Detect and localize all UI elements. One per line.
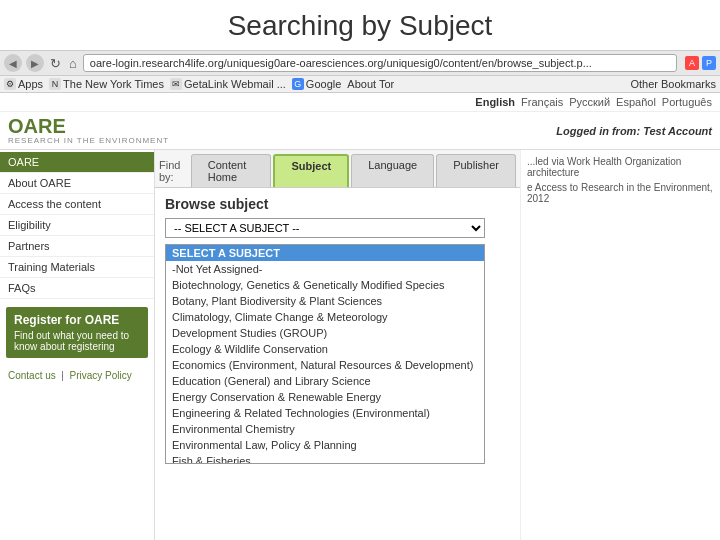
subject-list-item-notassigned[interactable]: -Not Yet Assigned- (166, 261, 484, 277)
subject-list: SELECT A SUBJECT -Not Yet Assigned- Biot… (165, 244, 485, 464)
subject-list-item-economics[interactable]: Economics (Environment, Natural Resource… (166, 357, 484, 373)
oare-logo: OARE RESEARCH IN THE ENVIRONMENT (8, 116, 169, 145)
back-button[interactable]: ◀ (4, 54, 22, 72)
privacy-link[interactable]: Privacy Policy (70, 370, 132, 381)
login-info: Logged in from: Test Account (556, 125, 712, 137)
subject-list-item-education[interactable]: Education (General) and Library Science (166, 373, 484, 389)
right-panel-text1: ...led via Work Health Organization arch… (527, 156, 714, 178)
bookmark-apps[interactable]: ⚙ Apps (4, 78, 43, 90)
forward-button[interactable]: ▶ (26, 54, 44, 72)
lang-portuguese[interactable]: Português (662, 96, 712, 108)
sidebar-footer: Contact us | Privacy Policy (0, 366, 154, 385)
reload-button[interactable]: ↻ (48, 56, 63, 71)
page-top: English Français Русский Español Portugu… (0, 93, 720, 150)
tab-publisher[interactable]: Publisher (436, 154, 516, 187)
nav-tabs: Find by: Content Home Subject Language P… (155, 150, 520, 188)
bookmark-mail[interactable]: ✉ GetaLink Webmail ... (170, 78, 286, 90)
google-icon: G (292, 78, 304, 90)
apps-icon: ⚙ (4, 78, 16, 90)
sidebar-item-training[interactable]: Training Materials (0, 257, 154, 278)
contact-link[interactable]: Contact us (8, 370, 56, 381)
subject-list-item-botany[interactable]: Botany, Plant Biodiversity & Plant Scien… (166, 293, 484, 309)
select-row: -- SELECT A SUBJECT -- (165, 218, 510, 238)
subject-list-item-fish[interactable]: Fish & Fisheries (166, 453, 484, 464)
bookmark-abouttor[interactable]: About Tor (347, 78, 394, 90)
bookmark-nyt[interactable]: N The New York Times (49, 78, 164, 90)
subject-list-item-envchemistry[interactable]: Environmental Chemistry (166, 421, 484, 437)
subject-list-item-ecology[interactable]: Ecology & Wildlife Conservation (166, 341, 484, 357)
subject-list-item-engineering[interactable]: Engineering & Related Technologies (Envi… (166, 405, 484, 421)
mail-icon: ✉ (170, 78, 182, 90)
find-by-label: Find by: (159, 159, 185, 183)
sidebar-item-faqs[interactable]: FAQs (0, 278, 154, 299)
sidebar-item-about[interactable]: About OARE (0, 173, 154, 194)
home-button[interactable]: ⌂ (67, 56, 79, 71)
browse-area: Browse subject -- SELECT A SUBJECT -- SE… (155, 188, 520, 472)
subject-list-item-energy[interactable]: Energy Conservation & Renewable Energy (166, 389, 484, 405)
subject-list-item-biotech[interactable]: Biotechnology, Genetics & Genetically Mo… (166, 277, 484, 293)
sidebar: OARE About OARE Access the content Eligi… (0, 150, 155, 540)
sidebar-item-partners[interactable]: Partners (0, 236, 154, 257)
browser-chrome: ◀ ▶ ↻ ⌂ oare-login.research4life.org/uni… (0, 50, 720, 76)
nyt-icon: N (49, 78, 61, 90)
subject-list-item-climatology[interactable]: Climatology, Climate Change & Meteorolog… (166, 309, 484, 325)
lang-french[interactable]: Français (521, 96, 563, 108)
sidebar-item-oare[interactable]: OARE (0, 152, 154, 173)
logo-login-bar: OARE RESEARCH IN THE ENVIRONMENT Logged … (0, 112, 720, 149)
bookmarks-bar: ⚙ Apps N The New York Times ✉ GetaLink W… (0, 76, 720, 93)
register-body: Find out what you need to know about reg… (14, 330, 140, 352)
subject-list-item-selected[interactable]: SELECT A SUBJECT (166, 245, 484, 261)
right-panel-text2: e Access to Research in the Environment,… (527, 182, 714, 204)
bookmark-google[interactable]: G Google (292, 78, 341, 90)
right-panel: ...led via Work Health Organization arch… (520, 150, 720, 540)
subject-list-item-envlaw[interactable]: Environmental Law, Policy & Planning (166, 437, 484, 453)
tab-language[interactable]: Language (351, 154, 434, 187)
address-bar[interactable]: oare-login.research4life.org/uniquesig0a… (83, 54, 677, 72)
sidebar-item-eligibility[interactable]: Eligibility (0, 215, 154, 236)
lang-english[interactable]: English (475, 96, 515, 108)
subject-select[interactable]: -- SELECT A SUBJECT -- (165, 218, 485, 238)
tab-content-home[interactable]: Content Home (191, 154, 272, 187)
bookmark-other[interactable]: Other Bookmarks (630, 78, 716, 90)
register-title: Register for OARE (14, 313, 140, 327)
tab-subject[interactable]: Subject (273, 154, 349, 187)
browse-title: Browse subject (165, 196, 510, 212)
sidebar-item-access[interactable]: Access the content (0, 194, 154, 215)
lang-spanish[interactable]: Español (616, 96, 656, 108)
page-container: OARE About OARE Access the content Eligi… (0, 150, 720, 540)
slide-title: Searching by Subject (0, 0, 720, 50)
main-content: Find by: Content Home Subject Language P… (155, 150, 520, 540)
sidebar-register[interactable]: Register for OARE Find out what you need… (6, 307, 148, 358)
addon-icon-1: A (685, 56, 699, 70)
subject-list-item-development[interactable]: Development Studies (GROUP) (166, 325, 484, 341)
lang-russian[interactable]: Русский (569, 96, 610, 108)
lang-bar: English Français Русский Español Portugu… (0, 93, 720, 112)
addon-icon-2: P (702, 56, 716, 70)
